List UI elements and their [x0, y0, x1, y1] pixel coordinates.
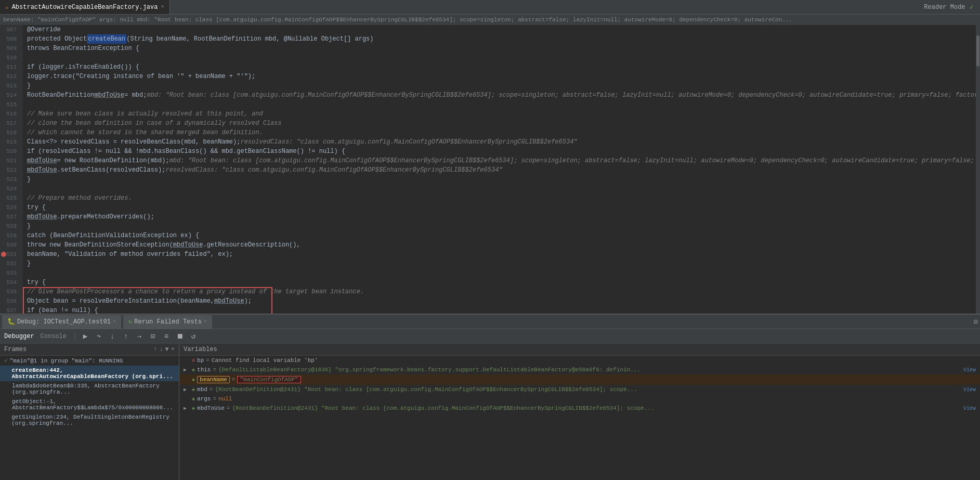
expand-icon[interactable]: ▶: [184, 405, 190, 411]
debugger-tab[interactable]: Debugger: [4, 333, 34, 340]
view-link[interactable]: View: [963, 387, 976, 393]
debug-toolbar: Debugger Console ▶ ↷ ↓ ↑ ⇢ ⊡ ≡ ⏹ ↺: [0, 329, 980, 344]
gutter-line: 508: [0, 34, 20, 44]
code-line: if (bean != null) {: [27, 306, 976, 314]
var-name: mbd: [197, 386, 207, 393]
var-icon: ◈: [192, 386, 195, 393]
code-line: try {: [27, 203, 976, 212]
gutter-line: 511: [0, 62, 20, 72]
debug-settings-button[interactable]: ⚙: [974, 317, 978, 326]
frame-running-icon: ✓: [4, 357, 8, 364]
editor-scrollbar[interactable]: [976, 25, 980, 314]
gutter-line: 518: [0, 128, 20, 137]
gutter-line: 517: [0, 119, 20, 128]
resume-button[interactable]: ▶: [80, 331, 91, 342]
code-line: catch (BeanDefinitionValidationException…: [27, 231, 976, 240]
frame-item[interactable]: lambda$doGetBean$0:335, AbstractBeanFact…: [0, 381, 179, 397]
frame-item[interactable]: getObject:-1, AbstractBeanFactory$$Lambd…: [0, 397, 179, 412]
code-line: [27, 268, 976, 278]
code-line: [27, 184, 976, 193]
variable-item[interactable]: ◈args = null: [179, 394, 980, 404]
frames-add-button[interactable]: +: [171, 346, 175, 353]
code-line: try {: [27, 278, 976, 287]
code-line: // Prepare method overrides.: [27, 193, 976, 203]
frames-filter-button[interactable]: ▼: [165, 346, 169, 353]
variable-item[interactable]: ▶◈mbd = {RootBeanDefinition@2431} "Root …: [179, 385, 980, 394]
var-value: {RootBeanDefinition@2431} "Root bean: cl…: [232, 405, 654, 411]
var-icon: ⊘: [192, 357, 195, 364]
gutter-line: 536: [0, 296, 20, 306]
var-value: {DefaultListableBeanFactory@1836} "org.s…: [218, 367, 641, 373]
debug-tab-bar: 🐛 Debug: IOCTest_AOP.test01 × ↻ Rerun Fa…: [0, 315, 980, 329]
frames-up-button[interactable]: ↑: [153, 346, 157, 353]
editor-tab[interactable]: ☕ AbstractAutowireCapableBeanFactory.jav…: [0, 0, 170, 14]
debug-tab-icon: 🐛: [7, 318, 15, 326]
code-line: // Give BeanPostProcessors a chance to r…: [27, 287, 976, 296]
code-content[interactable]: @Override protected Object createBean(St…: [23, 25, 976, 314]
run-cursor-button[interactable]: ⇢: [134, 331, 145, 342]
variables-label: Variables: [184, 346, 217, 353]
frame-item[interactable]: getSingleton:234, DefaultSingletonBeanRe…: [0, 412, 179, 428]
frames-button[interactable]: ≡: [161, 331, 172, 342]
gutter-line: 507: [0, 25, 20, 34]
variable-item[interactable]: ▶◈this = {DefaultListableBeanFactory@183…: [179, 365, 980, 374]
view-link[interactable]: View: [963, 367, 976, 373]
tab-close-button[interactable]: ×: [161, 4, 164, 10]
tab-bar: ☕ AbstractAutowireCapableBeanFactory.jav…: [0, 0, 980, 15]
debug-tab-rerun-close[interactable]: ×: [204, 319, 207, 325]
step-out-button[interactable]: ↑: [120, 331, 132, 342]
var-name: mbdToUse: [197, 405, 225, 411]
code-line: }: [27, 81, 976, 90]
evaluate-button[interactable]: ⊡: [147, 331, 159, 342]
frame-label: getSingleton:234, DefaultSingletonBeanRe…: [11, 414, 175, 426]
code-line: // Make sure bean class is actually reso…: [27, 109, 976, 119]
code-line: mbdToUse = new RootBeanDefinition(mbd); …: [27, 156, 976, 165]
reader-mode-label[interactable]: Reader Mode: [924, 4, 965, 11]
hint-bar: beanName: "mainConfigOfAOP" args: null m…: [0, 15, 980, 25]
frame-label: lambda$doGetBean$0:335, AbstractBeanFact…: [12, 383, 175, 395]
gutter-line: 519: [0, 137, 20, 147]
var-icon: ◈: [192, 405, 195, 411]
debug-tab-close[interactable]: ×: [113, 319, 116, 325]
variable-item[interactable]: ⊘bp = Cannot find local variable 'bp': [179, 356, 980, 365]
debug-tab-ioctest[interactable]: 🐛 Debug: IOCTest_AOP.test01 ×: [2, 315, 121, 329]
frames-down-button[interactable]: ↓: [159, 346, 163, 353]
var-name: this: [197, 367, 211, 373]
gutter-line: 533: [0, 268, 20, 278]
frames-label: Frames: [4, 346, 27, 353]
debug-tab-rerun-label: Rerun Failed Tests: [134, 318, 202, 326]
java-file-icon: ☕: [5, 4, 9, 10]
step-over-button[interactable]: ↷: [93, 331, 104, 342]
gutter-line: 526: [0, 203, 20, 212]
expand-icon[interactable]: ▶: [184, 386, 190, 393]
frame-label: "main"@1 in group "main": RUNNING: [10, 358, 123, 364]
gutter-line: 532: [0, 259, 20, 268]
var-value: Cannot find local variable 'bp': [212, 357, 318, 364]
code-line: // clone the bean definition in case of …: [27, 119, 976, 128]
code-line: Object bean = resolveBeforeInstantiation…: [27, 296, 976, 306]
hint-text: beanName: "mainConfigOfAOP" args: null m…: [3, 17, 792, 23]
code-line: RootBeanDefinition mbdToUse = mbd; mbd: …: [27, 90, 976, 100]
variable-item[interactable]: ▶◈mbdToUse = {RootBeanDefinition@2431} "…: [179, 404, 980, 413]
code-line: if (resolvedClass != null && !mbd.hasBea…: [27, 147, 976, 156]
frames-toolbar: ↑ ↓ ▼ +: [153, 346, 175, 353]
view-link[interactable]: View: [963, 406, 976, 411]
variables-panel: Variables ⊘bp = Cannot find local variab…: [179, 344, 980, 480]
code-line: throw new BeanDefinitionStoreException(m…: [27, 240, 976, 250]
restart-button[interactable]: ↺: [188, 331, 199, 342]
editor-area: 5075085095105115125135145155165175185195…: [0, 25, 980, 314]
var-name: beanName: [197, 377, 230, 383]
frame-item[interactable]: createBean:442, AbstractAutowireCapableB…: [0, 366, 179, 381]
var-icon: ◈: [192, 377, 195, 383]
frames-panel: Frames ↑ ↓ ▼ + ✓"main"@1 in group "main"…: [0, 344, 179, 480]
expand-icon[interactable]: ▶: [184, 367, 190, 373]
variable-item[interactable]: ◈beanName = "mainConfigOfAOP": [179, 374, 980, 385]
debug-tab-rerun[interactable]: ↻ Rerun Failed Tests ×: [123, 315, 212, 329]
gutter-line: 524: [0, 184, 20, 193]
console-tab[interactable]: Console: [41, 333, 67, 340]
stop-button[interactable]: ⏹: [174, 331, 186, 342]
gutter-line: 510: [0, 53, 20, 62]
step-into-button[interactable]: ↓: [107, 331, 118, 342]
gutter-line: 509: [0, 44, 20, 53]
frame-item[interactable]: ✓"main"@1 in group "main": RUNNING: [0, 356, 179, 366]
